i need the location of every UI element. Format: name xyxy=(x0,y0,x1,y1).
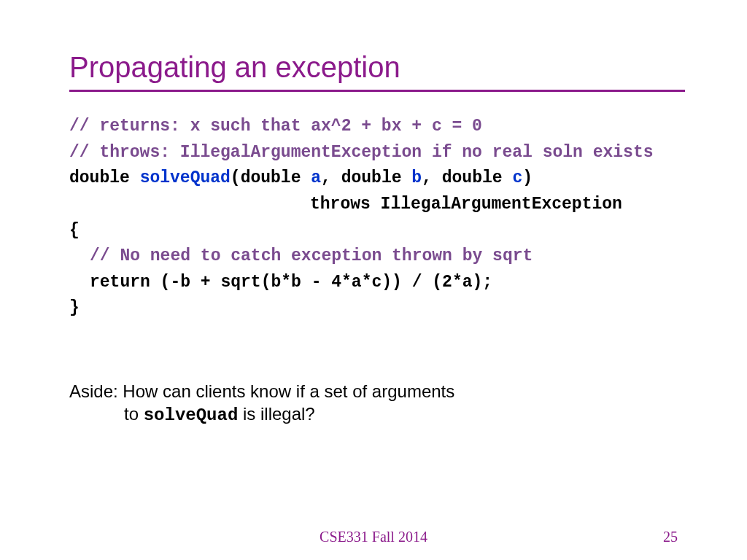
paren-open: (double xyxy=(231,168,311,187)
param-b: b xyxy=(411,168,422,187)
comma-1: , double xyxy=(321,168,411,187)
page-number: 25 xyxy=(663,529,678,545)
code-signature: double solveQuad(double a, double b, dou… xyxy=(69,166,685,192)
slide-title: Propagating an exception xyxy=(69,51,685,84)
title-underline xyxy=(69,90,685,92)
code-block: // returns: x such that ax^2 + bx + c = … xyxy=(69,114,685,322)
aside-pre: to xyxy=(124,404,144,424)
comma-2: , double xyxy=(422,168,512,187)
code-brace-close: } xyxy=(69,295,685,322)
aside-block: Aside: How can clients know if a set of … xyxy=(69,380,685,427)
param-a: a xyxy=(311,168,321,187)
aside-mono: solveQuad xyxy=(144,405,239,425)
code-comment-throws: // throws: IllegalArgumentException if n… xyxy=(69,140,685,166)
code-brace-open: { xyxy=(69,218,685,244)
code-comment-body: // No need to catch exception thrown by … xyxy=(69,244,685,270)
code-throws-clause: throws IllegalArgumentException xyxy=(69,192,685,218)
code-comment-returns: // returns: x such that ax^2 + bx + c = … xyxy=(69,114,685,140)
code-return: return (-b + sqrt(b*b - 4*a*c)) / (2*a); xyxy=(69,270,685,296)
aside-line1: Aside: How can clients know if a set of … xyxy=(69,380,685,402)
method-name: solveQuad xyxy=(140,168,231,187)
param-c: c xyxy=(512,168,522,187)
paren-close: ) xyxy=(522,168,533,187)
aside-line2: to solveQuad is illegal? xyxy=(69,402,685,427)
keyword-double: double xyxy=(69,168,140,187)
aside-post: is illegal? xyxy=(238,404,314,424)
slide: Propagating an exception // returns: x s… xyxy=(0,0,747,560)
footer-text: CSE331 Fall 2014 xyxy=(0,529,747,545)
